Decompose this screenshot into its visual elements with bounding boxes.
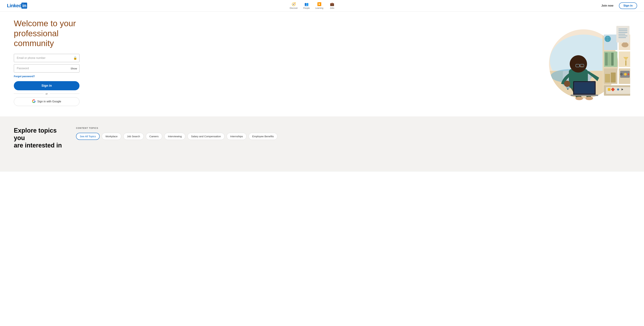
topic-pill-job-search[interactable]: Job Search [123, 133, 144, 140]
topic-pill-employee-benefits[interactable]: Employee Benefits [248, 133, 278, 140]
content-topics-label: CONTENT TOPICS [76, 127, 630, 129]
compass-icon: 🧭 [292, 2, 296, 6]
left-content: Welcome to your professional community 🔒… [14, 18, 100, 106]
headline-line1: Welcome to your [14, 19, 76, 28]
svg-rect-16 [611, 53, 614, 66]
main-section: Welcome to your professional community 🔒… [0, 11, 644, 116]
svg-rect-54 [618, 32, 628, 33]
headline-line2: professional community [14, 29, 58, 48]
svg-rect-52 [618, 29, 628, 29]
nav-item-discover[interactable]: 🧭 Discover [289, 2, 298, 9]
svg-point-38 [576, 97, 583, 100]
svg-rect-21 [605, 74, 610, 82]
svg-rect-22 [611, 72, 616, 82]
play-icon: ▶️ [317, 2, 322, 6]
svg-point-25 [620, 73, 623, 76]
topic-pill-see-all[interactable]: See All Topics [76, 133, 100, 140]
password-input-wrapper: Show [14, 64, 80, 72]
briefcase-icon: 💼 [330, 2, 334, 6]
google-signin-label: Sign in with Google [37, 100, 61, 103]
google-icon [32, 99, 36, 104]
hero-illustration [540, 22, 630, 102]
svg-point-32 [617, 88, 619, 90]
nav-item-people[interactable]: 👥 People [302, 2, 311, 9]
svg-rect-56 [618, 35, 628, 36]
password-input[interactable] [14, 64, 80, 72]
divider: or [14, 92, 80, 95]
logo-text: Linkedin [7, 3, 27, 8]
svg-rect-14 [605, 53, 608, 66]
nav-item-learning[interactable]: ▶️ Learning [315, 2, 324, 9]
headline: Welcome to your professional community [14, 18, 100, 48]
bottom-inner: Explore topics you are interested in CON… [14, 127, 630, 149]
explore-text: Explore topics you are interested in [14, 127, 62, 149]
people-icon: 👥 [304, 2, 309, 6]
svg-point-26 [624, 73, 627, 76]
svg-rect-49 [575, 83, 594, 93]
explore-title: Explore topics you are interested in [14, 127, 62, 149]
svg-rect-15 [608, 53, 611, 66]
nav-label-discover: Discover [290, 7, 298, 9]
topic-pill-interviewing[interactable]: Interviewing [164, 133, 185, 140]
email-input[interactable] [14, 54, 80, 62]
topic-pill-workplace[interactable]: Workplace [102, 133, 121, 140]
bottom-section: Explore topics you are interested in CON… [0, 116, 644, 172]
sign-in-form: 🔒 Show Forgot password? Sign in or [14, 54, 80, 106]
signin-header-button[interactable]: Sign in [619, 2, 637, 9]
logo-linked: Linked [7, 3, 22, 8]
svg-point-41 [570, 55, 587, 72]
join-now-button[interactable]: Join now [598, 3, 616, 9]
topics-area: CONTENT TOPICS See All TopicsWorkplaceJo… [76, 127, 630, 140]
forgot-password-link[interactable]: Forgot password? [14, 75, 80, 78]
svg-rect-19 [625, 60, 626, 66]
svg-rect-55 [618, 34, 625, 34]
svg-point-46 [564, 81, 570, 87]
svg-rect-30 [608, 88, 610, 91]
svg-rect-17 [619, 51, 630, 67]
topic-pill-salary[interactable]: Salary and Compensation [188, 133, 224, 140]
divider-or: or [46, 92, 48, 95]
email-input-wrapper: 🔒 [14, 54, 80, 62]
header: Linkedin 🧭 Discover 👥 People ▶️ Learning… [0, 0, 644, 11]
lock-icon: 🔒 [73, 56, 77, 60]
illustration-svg [540, 22, 630, 102]
nav-label-jobs: Jobs [330, 7, 334, 9]
topics-grid: See All TopicsWorkplaceJob SearchCareers… [76, 133, 630, 140]
logo[interactable]: Linkedin [7, 3, 27, 8]
show-password-button[interactable]: Show [70, 67, 77, 70]
nav-item-jobs[interactable]: 💼 Jobs [328, 2, 336, 9]
logo-in: in [22, 2, 27, 9]
svg-rect-57 [618, 37, 626, 38]
nav-center: 🧭 Discover 👥 People ▶️ Learning 💼 Jobs [289, 2, 336, 9]
topic-pill-careers[interactable]: Careers [146, 133, 162, 140]
explore-title-line2: are interested in [14, 142, 62, 149]
explore-title-line1: Explore topics you [14, 127, 57, 141]
svg-rect-53 [618, 30, 628, 31]
nav-actions: Join now Sign in [598, 2, 637, 9]
nav-label-learning: Learning [315, 7, 324, 9]
signin-main-button[interactable]: Sign in [14, 81, 80, 90]
topic-pill-internships[interactable]: Internships [227, 133, 246, 140]
svg-rect-50 [570, 95, 598, 96]
google-signin-button[interactable]: Sign in with Google [14, 97, 80, 106]
svg-point-39 [586, 97, 593, 100]
nav-label-people: People [303, 7, 310, 9]
